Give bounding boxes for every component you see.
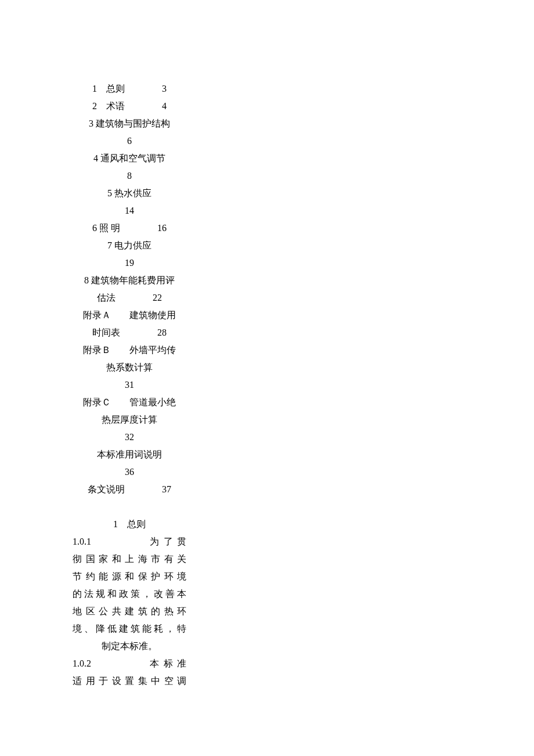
toc-entry-6: 6 照 明 16 [71,219,187,237]
section-1-heading: 1 总则 [71,516,187,533]
clause-1-0-2-line-b: 适用于设置集中空调 [71,672,187,690]
clause-1-0-1-line-g: 制定本标准。 [71,638,187,655]
toc-entry-4: 4 通风和空气调节 [71,150,187,167]
toc-appendix-a: 附录Ａ 建筑物使用 [71,307,187,324]
toc-terms: 本标准用词说明 [71,446,187,463]
clause-1-0-1-line-f: 境、降低建筑能耗，特 [71,620,187,638]
clause-1-0-2-line-a: 1.0.2 本标准 [71,655,187,672]
toc-page-5: 14 [71,202,187,219]
toc-entry-5: 5 热水供应 [71,185,187,202]
toc-appendix-b2: 热系数计算 [71,359,187,376]
toc-page-3: 6 [71,132,187,150]
toc-entry-8b: 估法 22 [71,289,187,307]
clause-1-0-1-line-d: 的法规和政策，改善本 [71,585,187,603]
toc-entry-7: 7 电力供应 [71,237,187,254]
clause-1-0-1-line-a: 1.0.1 为了贯 [71,533,187,550]
clause-1-0-1-line-e: 地区公共建筑的热环 [71,603,187,620]
clause-1-0-1-line-b: 彻国家和上海市有关 [71,550,187,568]
toc-appendix-b: 附录Ｂ 外墙平均传 [71,341,187,359]
toc-appendix-c2: 热层厚度计算 [71,411,187,429]
section-1: 1 总则 1.0.1 为了贯 彻国家和上海市有关 节约能源和保护环境 的法规和政… [71,516,187,690]
toc-entry-1: 1 总则 3 [71,80,187,98]
toc-entry-3: 3 建筑物与围护结构 [71,115,187,132]
toc-entry-2: 2 术语 4 [71,98,187,115]
toc-page-b: 31 [71,376,187,394]
toc-entry-8: 8 建筑物年能耗费用评 [71,272,187,289]
toc-page-7: 19 [71,254,187,272]
toc-explanation: 条文说明 37 [71,481,187,498]
toc-page-terms: 36 [71,463,187,481]
table-of-contents: 1 总则 3 2 术语 4 3 建筑物与围护结构 6 4 通风和空气调节 8 5… [71,80,187,498]
page-content: 1 总则 3 2 术语 4 3 建筑物与围护结构 6 4 通风和空气调节 8 5… [71,80,187,690]
clause-1-0-1-line-c: 节约能源和保护环境 [71,568,187,585]
toc-page-c: 32 [71,429,187,446]
toc-page-4: 8 [71,167,187,185]
toc-appendix-a2: 时间表 28 [71,324,187,341]
toc-appendix-c: 附录Ｃ 管道最小绝 [71,394,187,411]
